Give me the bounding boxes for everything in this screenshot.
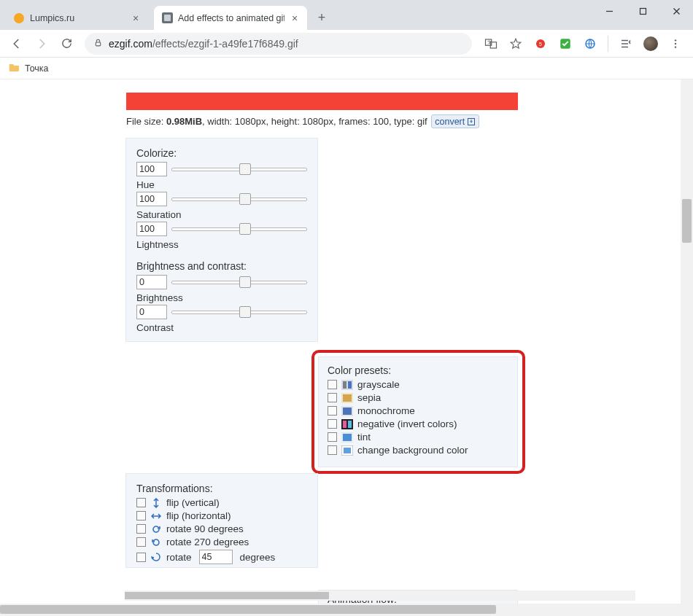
checkbox[interactable] — [328, 445, 337, 455]
flip-vertical-icon — [150, 498, 162, 508]
bookmark-folder-label[interactable]: Точка — [25, 63, 49, 74]
saturation-input[interactable] — [136, 192, 167, 206]
new-tab-button[interactable]: + — [311, 7, 332, 28]
address-bar[interactable]: ezgif.com/effects/ezgif-1-a49fe17f6849.g… — [85, 33, 472, 55]
preset-monochrome[interactable]: monochrome — [328, 405, 508, 416]
sepia-icon — [341, 393, 353, 403]
preset-negative[interactable]: negative (invert colors) — [328, 418, 508, 429]
contrast-label: Contrast — [136, 322, 307, 333]
tab-title: Lumpics.ru — [30, 13, 125, 23]
svg-rect-22 — [348, 421, 352, 428]
svg-point-10 — [675, 42, 676, 44]
colorize-title: Colorize: — [136, 147, 307, 159]
checkbox[interactable] — [136, 511, 146, 521]
svg-rect-19 — [343, 408, 352, 415]
profile-avatar[interactable] — [643, 36, 658, 51]
transform-flip-vertical[interactable]: flip (vertical) — [136, 497, 307, 508]
panel-color-presets: Color presets: grayscale sepia monochrom… — [318, 356, 518, 467]
transform-flip-horizontal[interactable]: flip (horizontal) — [136, 510, 307, 521]
reading-list-icon[interactable] — [619, 36, 633, 51]
transform-title: Transformations: — [136, 483, 307, 494]
svg-rect-1 — [96, 42, 101, 45]
rotate-cw-icon — [150, 524, 162, 534]
presets-title: Color presets: — [328, 364, 508, 376]
extension-globe-icon[interactable] — [583, 36, 597, 51]
favicon-ezgif — [161, 12, 173, 24]
browser-tabstrip: Lumpics.ru × Add effects to animated gif… — [0, 0, 693, 30]
page-content: File size: 0.98MiB, width: 1080px, heigh… — [0, 79, 693, 604]
checkbox[interactable] — [136, 537, 146, 547]
extension-check-icon[interactable] — [558, 36, 573, 51]
lightness-slider[interactable] — [171, 222, 307, 235]
svg-text:文: 文 — [487, 39, 492, 44]
hue-input[interactable] — [136, 162, 167, 176]
panel-transformations: Transformations: flip (vertical) flip (h… — [125, 473, 318, 568]
toolbar-right-icons: 文 5 — [479, 36, 687, 52]
close-icon[interactable]: × — [290, 13, 300, 23]
preset-tint[interactable]: tint — [328, 432, 508, 442]
preset-grayscale[interactable]: grayscale — [328, 379, 508, 390]
menu-icon[interactable] — [668, 36, 683, 51]
tab-lumpics[interactable]: Lumpics.ru × — [6, 6, 148, 30]
preview-placeholder — [126, 93, 518, 110]
checkbox[interactable] — [328, 393, 337, 402]
brightness-contrast-title: Brightness and contrast: — [136, 260, 307, 272]
tab-ezgif[interactable]: Add effects to animated gifs - gif... × — [154, 6, 307, 30]
minimize-button[interactable] — [592, 0, 626, 22]
svg-point-11 — [675, 46, 676, 47]
checkbox[interactable] — [136, 498, 146, 507]
rotate-prefix: rotate — [166, 552, 192, 563]
brightness-slider[interactable] — [171, 276, 307, 289]
close-icon[interactable]: × — [131, 13, 141, 23]
transform-label: rotate 90 degrees — [166, 523, 244, 534]
checkbox[interactable] — [328, 419, 337, 429]
preset-label: tint — [357, 432, 371, 442]
preset-change-bg[interactable]: change background color — [328, 445, 508, 456]
transform-rotate-270[interactable]: rotate 270 degrees — [136, 537, 307, 547]
preset-label: monochrome — [357, 405, 415, 416]
lightness-label: Lightness — [136, 239, 307, 250]
rotate-degrees-input[interactable] — [199, 550, 233, 564]
hue-slider[interactable] — [171, 163, 307, 176]
panel-colorize: Colorize: Hue Saturation Lightness Brigh… — [125, 138, 318, 342]
browser-toolbar: ezgif.com/effects/ezgif-1-a49fe17f6849.g… — [0, 30, 693, 58]
checkbox[interactable] — [136, 553, 146, 562]
svg-rect-24 — [343, 434, 352, 441]
page-viewport: File size: 0.98MiB, width: 1080px, heigh… — [0, 79, 693, 604]
folder-icon — [9, 62, 20, 74]
extension-vpn-icon[interactable]: 5 — [533, 36, 548, 51]
lightness-input[interactable] — [136, 222, 167, 236]
checkbox[interactable] — [136, 524, 146, 534]
reload-button[interactable] — [55, 33, 77, 55]
transform-label: flip (vertical) — [166, 497, 220, 508]
page-horizontal-scrollbar[interactable] — [125, 590, 635, 601]
transform-rotate-90[interactable]: rotate 90 degrees — [136, 523, 307, 534]
convert-button[interactable]: convert — [431, 114, 479, 128]
contrast-input[interactable] — [136, 305, 167, 319]
preset-sepia[interactable]: sepia — [328, 392, 508, 403]
svg-rect-14 — [343, 381, 346, 389]
transform-rotate-custom[interactable]: rotate degrees — [136, 550, 307, 564]
rotate-ccw-icon — [150, 537, 162, 547]
page-vertical-scrollbar[interactable] — [681, 79, 693, 604]
saturation-slider[interactable] — [171, 192, 307, 206]
window-horizontal-scrollbar[interactable] — [0, 604, 693, 616]
brightness-input[interactable] — [136, 275, 167, 289]
file-info-text: File size: 0.98MiB, width: 1080px, heigh… — [126, 114, 479, 128]
favicon-lumpics — [13, 12, 25, 24]
change-bg-icon — [341, 445, 353, 456]
checkbox[interactable] — [328, 432, 337, 442]
flip-horizontal-icon — [150, 511, 162, 521]
translate-icon[interactable]: 文 — [484, 36, 498, 51]
star-icon[interactable] — [508, 36, 523, 51]
back-button[interactable] — [6, 33, 28, 55]
maximize-button[interactable] — [626, 0, 659, 22]
checkbox[interactable] — [328, 380, 337, 389]
close-window-button[interactable] — [659, 0, 693, 22]
forward-button[interactable] — [31, 33, 53, 55]
negative-icon — [341, 419, 353, 429]
tint-icon — [341, 432, 353, 442]
checkbox[interactable] — [328, 406, 337, 416]
contrast-slider[interactable] — [171, 305, 307, 319]
preset-label: sepia — [357, 392, 381, 403]
